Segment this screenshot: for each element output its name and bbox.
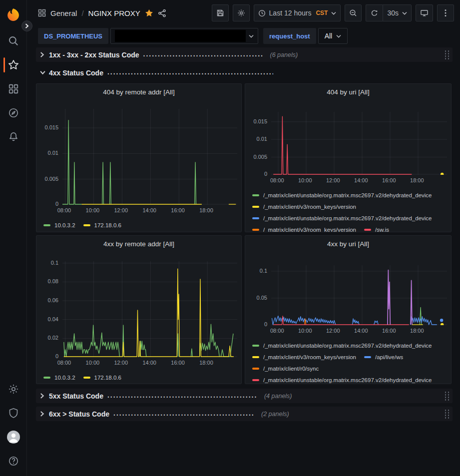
row-panel-count: (4 panels) [264, 393, 292, 400]
row-leader-dots: ........................................… [107, 391, 257, 401]
dashboard-settings-button[interactable] [233, 4, 250, 21]
legend-item[interactable]: /_matrix/client/r0/sync [252, 363, 319, 374]
chevron-down-icon [40, 70, 49, 75]
navbar: General / NGINX PROXY [27, 0, 460, 26]
datasource-variable-label[interactable]: DS_PROMETHEUS [38, 28, 108, 44]
refresh-button[interactable] [366, 4, 383, 21]
zoom-out-time-button[interactable] [345, 4, 362, 21]
panel-title[interactable]: 404 by uri [All] [249, 87, 447, 98]
sidebar-item-search[interactable] [0, 29, 27, 53]
row-header-1xx-3xx-2xx[interactable]: 1xx - 3xx - 2xx Status Code ............… [36, 47, 453, 62]
chevron-down-icon [249, 34, 254, 38]
star-icon [8, 59, 19, 70]
legend-label: /_matrix/client/unstable/org.matrix.msc2… [263, 215, 432, 221]
cycle-view-mode-button[interactable] [416, 4, 433, 21]
y-tick-label: 0.06 [48, 297, 58, 304]
x-tick-label: 16:00 [382, 177, 396, 183]
legend-item[interactable]: /sw.js [364, 224, 389, 232]
y-tick-label: 0.015 [44, 124, 58, 131]
row-header-6xx[interactable]: 6xx > Status Code ......................… [36, 407, 453, 421]
chart-plot[interactable] [62, 261, 237, 357]
chart-plot[interactable] [271, 265, 447, 325]
sidebar-expand-button[interactable] [21, 20, 32, 31]
sidebar-item-dashboards[interactable] [0, 77, 27, 101]
legend-item[interactable]: 172.18.0.6 [83, 372, 121, 383]
sidebar-item-explore[interactable] [0, 101, 27, 125]
chart-plot[interactable] [62, 109, 237, 205]
row-header-5xx[interactable]: 5xx Status Code ........................… [36, 389, 453, 403]
sidebar-item-configuration[interactable] [0, 377, 27, 401]
y-tick-label: 0.01 [257, 135, 267, 143]
kebab-menu-icon [445, 9, 447, 17]
x-tick-label: 10:00 [86, 360, 100, 366]
legend-item[interactable]: /_matrix/client/v3/room_keys/version [252, 351, 356, 363]
legend-label: /_matrix/client/r0/sync [263, 366, 319, 372]
breadcrumb-folder[interactable]: General [50, 9, 77, 17]
chart-plot[interactable] [271, 112, 447, 175]
x-tick-label: 10:00 [298, 177, 312, 183]
x-tick-label: 16:00 [171, 207, 185, 213]
x-tick-label: 12:00 [114, 207, 128, 213]
legend-item[interactable]: 10.0.3.2 [43, 372, 75, 383]
row-drag-handle[interactable] [444, 409, 450, 419]
legend-item[interactable]: /_matrix/client/v3/room_keys/version [252, 224, 356, 232]
panel-title[interactable]: 4xx by uri [All] [249, 239, 447, 250]
more-options-button[interactable] [437, 4, 454, 21]
request-host-variable-label[interactable]: request_host [263, 28, 316, 44]
row-leader-dots: ........................................… [107, 68, 273, 77]
row-drag-handle[interactable] [444, 50, 450, 59]
sidebar [0, 0, 27, 476]
favorite-star-icon[interactable] [145, 9, 153, 17]
legend-item[interactable]: /_matrix/client/unstable/org.matrix.msc2… [252, 374, 432, 384]
sidebar-item-server-admin[interactable] [0, 401, 27, 425]
request-host-value: All [325, 32, 333, 40]
monitor-icon [420, 9, 429, 17]
x-axis: 08:0010:0012:0014:0016:0018:00 [249, 176, 447, 185]
y-axis: 00.0050.010.015 [249, 112, 271, 175]
x-axis: 08:0010:0012:0014:0016:0018:00 [249, 327, 447, 336]
person-icon [7, 431, 20, 444]
legend-item[interactable]: 10.0.3.2 [43, 219, 75, 231]
chart-area: 00.0050.010.015 [40, 109, 237, 205]
sidebar-item-alerting[interactable] [0, 125, 27, 149]
sidebar-item-starred[interactable] [0, 53, 27, 77]
legend-item[interactable]: /_matrix/client/unstable/org.matrix.msc2… [252, 340, 432, 351]
y-tick-label: 0.005 [44, 175, 58, 183]
share-icon[interactable] [158, 9, 166, 17]
grafana-app: General / NGINX PROXY [0, 0, 460, 476]
row-header-4xx[interactable]: 4xx Status Code ........................… [36, 65, 453, 80]
sidebar-item-help[interactable] [0, 449, 27, 473]
chart-legend: /_matrix/client/unstable/org.matrix.msc2… [252, 189, 447, 232]
refresh-interval-picker[interactable]: 30s [383, 4, 412, 21]
panel-title[interactable]: 404 by remote addr [All] [40, 87, 237, 98]
x-tick-label: 08:00 [270, 328, 284, 334]
zoom-out-icon [349, 9, 357, 17]
request-host-variable-select[interactable]: All [318, 28, 348, 44]
legend-swatch [252, 368, 259, 370]
sidebar-item-profile[interactable] [0, 425, 27, 449]
y-axis: 00.0050.010.015 [40, 109, 62, 205]
dashboard-title[interactable]: NGINX PROXY [88, 9, 140, 17]
chart-area: 00.0050.010.015 [249, 112, 447, 175]
legend-swatch [252, 345, 259, 347]
variables-bar: DS_PROMETHEUS request_host All [27, 26, 460, 46]
legend-label: 172.18.0.6 [94, 222, 121, 228]
row-title: 1xx - 3xx - 2xx Status Code [49, 51, 139, 59]
y-axis: 00.020.040.060.080.1 [40, 261, 62, 357]
legend-item[interactable]: /_matrix/client/unstable/org.matrix.msc2… [252, 189, 432, 201]
panel-grid: 404 by remote addr [All] 00.0050.010.015… [36, 83, 453, 384]
time-range-picker[interactable]: Last 12 hours CST [254, 4, 341, 21]
legend-item[interactable]: /_matrix/client/v3/room_keys/version [252, 201, 356, 212]
save-dashboard-button[interactable] [212, 4, 229, 21]
x-tick-label: 14:00 [142, 360, 156, 366]
legend-swatch [252, 217, 259, 219]
datasource-variable-select[interactable] [110, 28, 258, 44]
legend-item[interactable]: /_matrix/client/unstable/org.matrix.msc2… [252, 212, 432, 224]
row-drag-handle[interactable] [444, 391, 450, 401]
legend-item[interactable]: 172.18.0.6 [83, 219, 121, 231]
x-tick-label: 18:00 [199, 360, 213, 366]
chevron-down-icon [402, 11, 407, 15]
panel-title[interactable]: 4xx by remote addr [All] [40, 239, 237, 250]
legend-item[interactable]: /api/live/ws [364, 351, 403, 363]
x-tick-label: 16:00 [171, 360, 185, 366]
